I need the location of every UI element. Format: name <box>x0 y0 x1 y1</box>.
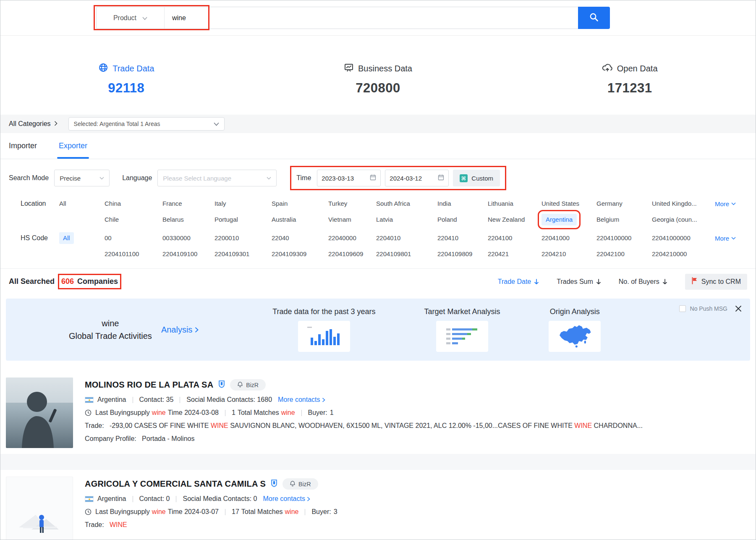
hscode-option[interactable]: 22040000 <box>328 232 376 244</box>
search-button[interactable] <box>578 7 610 29</box>
bizr-badge[interactable]: BizR <box>230 379 266 391</box>
sort-trade-date[interactable]: Trade Date <box>498 278 539 286</box>
all-categories-link[interactable]: All Categories <box>9 120 58 128</box>
china-map-thumbnail[interactable] <box>549 321 601 352</box>
location-option[interactable]: Vietnam <box>328 214 376 225</box>
sort-no-of-buyers[interactable]: No. of Buyers <box>619 278 667 286</box>
date-to-input[interactable]: 2024-03-12 <box>385 170 449 186</box>
trade-text: SAUVIGNON BLANC, WOODHAVEN, 6X1500 ML, V… <box>228 422 575 429</box>
location-option[interactable]: Spain <box>272 198 328 210</box>
tab-importer[interactable]: Importer <box>9 133 37 159</box>
hscode-option[interactable]: 2204109809 <box>437 248 488 260</box>
stat-open-data[interactable]: Open Data 171231 <box>504 36 756 115</box>
hscode-option[interactable]: 2204109100 <box>162 248 215 260</box>
company-illustration[interactable] <box>6 477 73 540</box>
stat-label: Business Data <box>358 64 412 73</box>
more-contacts-link[interactable]: More contacts <box>263 495 310 503</box>
hscode-option[interactable]: 22041000000 <box>652 232 715 244</box>
location-option[interactable]: France <box>162 198 215 210</box>
verified-shield-icon <box>271 479 277 489</box>
bizr-badge[interactable]: BizR <box>283 478 318 490</box>
sync-to-crm-button[interactable]: Sync to CRM <box>685 274 747 290</box>
analysis-link[interactable]: Analysis <box>161 325 199 335</box>
location-option[interactable]: Latvia <box>376 214 437 225</box>
search-icon <box>589 12 599 24</box>
contact-label: Contact: <box>139 495 165 503</box>
company-count: 606 <box>61 277 74 286</box>
hscode-option[interactable]: 2204010 <box>376 232 437 244</box>
hscode-option[interactable]: 2204109309 <box>272 248 328 260</box>
hscode-option[interactable]: 2204210000 <box>652 248 715 260</box>
bar-chart-thumbnail[interactable] <box>298 321 350 352</box>
hscode-option[interactable]: 2204109301 <box>215 248 272 260</box>
hscode-label: HS Code <box>9 234 59 242</box>
location-option[interactable]: United States <box>541 198 596 210</box>
hscode-option[interactable]: 2204100000 <box>596 232 652 244</box>
hscode-option[interactable]: 220421 <box>488 248 541 260</box>
last-supply-time: Time 2024-03-08 <box>168 409 219 417</box>
company-name[interactable]: AGRICOLA Y COMERCIAL SANTA CAMILA S <box>85 479 266 489</box>
location-option[interactable]: Chile <box>105 214 162 225</box>
date-from-input[interactable]: 2023-03-13 <box>317 170 381 186</box>
clock-icon <box>85 509 92 515</box>
location-option-all[interactable]: All <box>59 198 105 210</box>
role-tabs: Importer Exporter <box>0 133 756 159</box>
selected-areas-dropdown[interactable]: Selected: Argentina Total 1 Areas <box>68 117 225 131</box>
hscode-option[interactable]: 2204100 <box>488 232 541 244</box>
hscode-option[interactable]: 2204101100 <box>105 248 162 260</box>
hscode-option[interactable]: 2204109609 <box>328 248 376 260</box>
custom-time-button[interactable]: Custom <box>453 170 500 186</box>
buyer-label: Buyer: <box>311 508 331 516</box>
stat-trade-data[interactable]: Trade Data 92118 <box>0 36 252 115</box>
location-option[interactable]: Portugal <box>215 214 272 225</box>
matches-count: 1 <box>232 409 235 417</box>
location-option[interactable]: Italy <box>215 198 272 210</box>
hscode-option[interactable]: 22040 <box>272 232 328 244</box>
no-push-checkbox[interactable] <box>679 305 686 312</box>
more-contacts-link[interactable]: More contacts <box>278 396 325 404</box>
trade-keyword: WINE <box>211 422 228 429</box>
language-dropdown[interactable]: Please Select Language <box>157 170 277 186</box>
hscode-option[interactable]: 2204109801 <box>376 248 437 260</box>
location-option[interactable]: Belarus <box>162 214 215 225</box>
search-box: Product <box>96 7 578 29</box>
search-input[interactable] <box>165 7 578 29</box>
hscode-option[interactable]: 2200010 <box>215 232 272 244</box>
horizontal-bars-thumbnail[interactable] <box>436 321 488 352</box>
location-option[interactable]: China <box>105 198 162 210</box>
close-icon[interactable] <box>735 305 742 312</box>
location-option[interactable]: New Zealand <box>488 214 541 225</box>
location-option[interactable]: Australia <box>272 214 328 225</box>
hscode-option[interactable]: 220410 <box>437 232 488 244</box>
hscode-option[interactable]: 22042100 <box>596 248 652 260</box>
hscode-option-all-selected[interactable]: All <box>59 232 74 244</box>
annotation-box-count: 606 Companies <box>61 277 118 286</box>
filter-panel: Search Mode Precise Language Please Sele… <box>0 159 756 263</box>
company-name[interactable]: MOLINOS RIO DE LA PLATA SA <box>85 380 213 390</box>
analysis-banner: wine Global Trade Activities Analysis Tr… <box>6 299 750 361</box>
location-option[interactable]: Turkey <box>328 198 376 210</box>
search-field-selector[interactable]: Product <box>97 7 165 29</box>
location-option[interactable]: Georgia (coun... <box>652 214 715 225</box>
sorter-label: No. of Buyers <box>619 278 659 286</box>
location-option[interactable]: India <box>437 198 488 210</box>
location-option[interactable]: Germany <box>596 198 652 210</box>
hscode-option[interactable]: 00 <box>105 232 162 244</box>
sort-trades-sum[interactable]: Trades Sum <box>557 278 601 286</box>
hscode-option[interactable]: 00330000 <box>162 232 215 244</box>
globe-icon <box>98 63 108 75</box>
stat-business-data[interactable]: Business Data 720800 <box>252 36 504 115</box>
search-mode-dropdown[interactable]: Precise <box>54 170 110 186</box>
tab-exporter[interactable]: Exporter <box>59 133 87 159</box>
hscode-more-link[interactable]: More <box>715 235 736 242</box>
company-photo[interactable] <box>6 377 73 448</box>
hscode-option[interactable]: 22041000 <box>541 232 596 244</box>
location-option-argentina-selected[interactable]: Argentina <box>541 214 577 225</box>
location-option[interactable]: United Kingdo... <box>652 198 715 210</box>
location-option[interactable]: Poland <box>437 214 488 225</box>
hscode-option[interactable]: 2204210 <box>541 248 596 260</box>
location-option[interactable]: South Africa <box>376 198 437 210</box>
location-option[interactable]: Lithuania <box>488 198 541 210</box>
location-more-link[interactable]: More <box>715 200 736 207</box>
location-option[interactable]: Belgium <box>596 214 652 225</box>
